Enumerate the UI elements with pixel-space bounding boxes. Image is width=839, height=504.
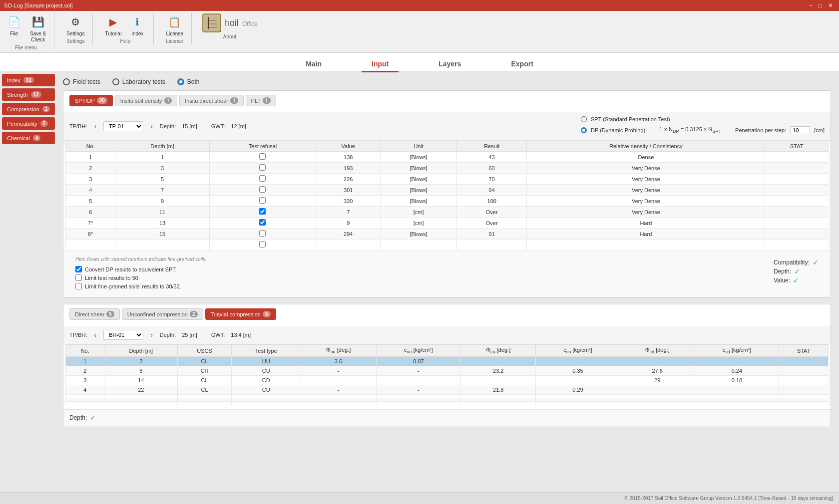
license-group-label: License: [166, 38, 183, 44]
cell-phi-uu: -: [301, 385, 376, 395]
col-depth-lower: Depth [m]: [104, 345, 178, 357]
refusal-checkbox[interactable]: [259, 164, 266, 171]
empty-refusal-checkbox[interactable]: [259, 241, 266, 248]
table-row[interactable]: 1 2 CL UU 3.6 0.87 - - - -: [66, 357, 829, 366]
refusal-checkbox[interactable]: [259, 186, 266, 193]
upper-panel: SPT/DP 20 Insitu soil density 1 Insitu d…: [63, 90, 831, 298]
sidebar-item-strength[interactable]: Strength 12: [2, 88, 55, 101]
table-row[interactable]: 3 5 226 [Blows] 70 Very Dense: [66, 174, 829, 185]
lower-next-bh-button[interactable]: ›: [149, 331, 154, 339]
table-row[interactable]: 1 1 138 [Blows] 43 Dense: [66, 152, 829, 163]
dp-label: DP (Dynamic Probing): [591, 127, 645, 133]
depth-value: 15 [m]: [182, 123, 197, 129]
table-row[interactable]: 6 11 7 [cm] Over Very Dense: [66, 207, 829, 218]
checkboxes-area: Convert DP results to equivalent SPT. Li…: [69, 264, 213, 293]
tutorial-button[interactable]: ▶ Tutorial: [103, 13, 123, 37]
spt-dp-badge: 20: [97, 97, 107, 104]
table-row[interactable]: 3 14 CL CD - - - - 29 0.18: [66, 376, 829, 385]
compatibility-label: Compatibility:: [774, 259, 810, 266]
tab-export[interactable]: Export: [501, 57, 543, 72]
cell-consistency: Very Dense: [527, 196, 765, 207]
direct-shear-badge: 5: [106, 311, 114, 317]
file-button[interactable]: 📄 File: [4, 13, 24, 44]
tab-insitu-direct-shear[interactable]: Insitu direct shear 1: [179, 95, 243, 106]
refusal-checkbox[interactable]: [259, 230, 266, 237]
save-check-button[interactable]: 💾 Save &Check: [28, 13, 48, 44]
tab-direct-shear[interactable]: Direct shear 5: [69, 308, 120, 320]
limit-50-checkbox[interactable]: [75, 274, 82, 281]
table-row[interactable]: 8* 15 294 [Blows] 91 Hard: [66, 229, 829, 240]
license-button[interactable]: 📋 License: [164, 13, 185, 37]
table-row[interactable]: 2 6 CH CU - - 23.2 0.35 27.6 0.24: [66, 366, 829, 376]
refusal-checkbox[interactable]: [259, 208, 266, 215]
col-no: No.: [66, 141, 115, 152]
close-button[interactable]: ✕: [826, 2, 835, 9]
main-nav: Main Input Layers Export: [0, 53, 839, 72]
depth-check: ✓: [794, 267, 800, 275]
cell-phi-cu: 23.2: [461, 366, 536, 376]
lower-prev-bh-button[interactable]: ‹: [93, 331, 97, 339]
cell-no: 7*: [66, 218, 115, 229]
tab-unconfined[interactable]: Unconfined compression 2: [122, 308, 203, 320]
table-row[interactable]: 5 9 320 [Blows] 100 Very Dense: [66, 196, 829, 207]
table-row[interactable]: 4 7 301 [Blows] 94 Very Dense: [66, 185, 829, 196]
col-test-type: Test type: [232, 345, 301, 357]
title-bar: SO-Log [Sample project.sol] − □ ✕: [0, 0, 839, 11]
compatibility-check: ✓: [813, 258, 819, 266]
tab-layers[interactable]: Layers: [428, 57, 471, 72]
index-help-button[interactable]: ℹ Index: [127, 13, 147, 37]
convert-dp-checkbox[interactable]: [75, 266, 82, 272]
spt-radio-circle[interactable]: [581, 116, 587, 122]
penetration-step-input[interactable]: [790, 126, 810, 134]
radio-field-tests[interactable]: Field tests: [63, 78, 100, 85]
refusal-checkbox[interactable]: [259, 219, 266, 226]
sidebar-item-index[interactable]: Index 31: [2, 74, 55, 86]
cell-no: 3: [66, 376, 104, 385]
refusal-checkbox[interactable]: [259, 153, 266, 160]
limit-fine-checkbox[interactable]: [75, 283, 82, 289]
table-row[interactable]: 2 3 193 [Blows] 60 Very Dense: [66, 163, 829, 174]
table-row[interactable]: 4 22 CL CU - - 21.8 0.29: [66, 385, 829, 395]
dp-radio-circle[interactable]: [581, 127, 587, 133]
prev-bh-button[interactable]: ‹: [93, 122, 97, 130]
tab-insitu-density[interactable]: Insitu soil density 1: [115, 95, 177, 106]
cell-c-cu: 0.29: [536, 385, 620, 395]
tab-plt[interactable]: PLT 1: [246, 95, 276, 106]
tab-triaxial[interactable]: Triaxial compression 5: [205, 308, 276, 320]
tab-main[interactable]: Main: [296, 57, 332, 72]
depth-status-label: Depth:: [774, 268, 791, 275]
radio-lab-tests[interactable]: Laboratory tests: [112, 78, 165, 85]
cell-stat: [765, 196, 829, 207]
license-buttons: 📋 License: [164, 13, 185, 37]
table-row[interactable]: 7* 13 9 [cm] Over Hard: [66, 218, 829, 229]
cell-depth: 7: [115, 185, 209, 196]
lower-bh-selector[interactable]: BH-01: [103, 330, 143, 340]
unconfined-badge: 2: [190, 311, 198, 317]
permeability-badge: 2: [40, 120, 48, 127]
refusal-checkbox[interactable]: [259, 175, 266, 182]
sidebar-item-permeability[interactable]: Permeability 2: [2, 117, 55, 130]
settings-button[interactable]: ⚙ Settings: [64, 13, 86, 37]
sidebar-item-compression[interactable]: Compression 1: [2, 103, 55, 115]
radio-both[interactable]: Both: [177, 78, 200, 85]
refusal-checkbox[interactable]: [259, 197, 266, 204]
cell-no: 3: [66, 174, 115, 185]
cell-result: Over: [457, 218, 527, 229]
lower-panel-header: TP/BH: ‹ BH-01 › Depth: 25 [m] GWT: 13.4…: [63, 326, 831, 344]
tab-spt-dp[interactable]: SPT/DP 20: [69, 95, 113, 106]
cell-value: 7: [316, 207, 381, 218]
upper-sub-tabs: SPT/DP 20 Insitu soil density 1 Insitu d…: [69, 95, 825, 106]
window-title: SO-Log [Sample project.sol]: [4, 2, 73, 8]
minimize-button[interactable]: −: [807, 2, 815, 9]
license-icon: 📋: [167, 14, 183, 30]
maximize-button[interactable]: □: [817, 2, 824, 9]
cell-test-type: CU: [232, 366, 301, 376]
sidebar-item-chemical[interactable]: Chemical 4: [2, 132, 55, 144]
radio-lab-circle: [112, 78, 119, 85]
col-consistency: Relative density / Consistency: [527, 141, 765, 152]
next-bh-button[interactable]: ›: [149, 122, 154, 130]
tab-input[interactable]: Input: [362, 57, 399, 72]
cell-result: 91: [457, 229, 527, 240]
help-group: ▶ Tutorial ℹ Index Help: [103, 13, 154, 44]
bh-selector[interactable]: TP-01: [103, 121, 143, 131]
